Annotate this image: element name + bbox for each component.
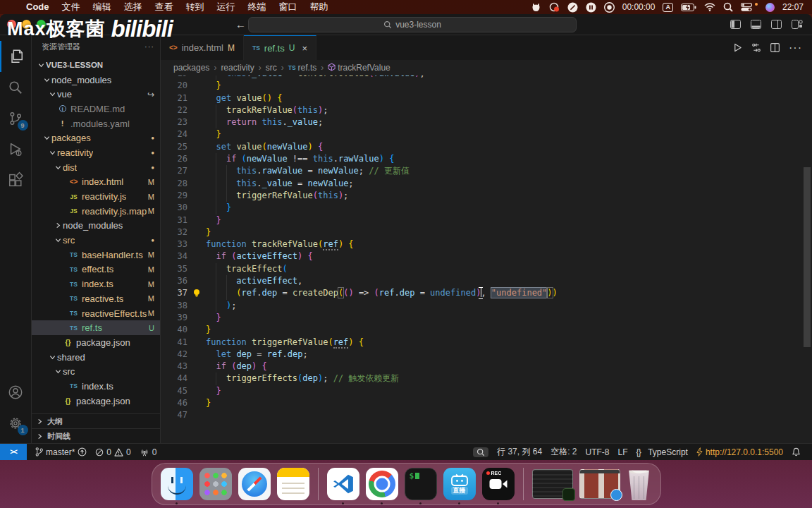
menu-item-run[interactable]: 运行 [211, 0, 242, 14]
line-number[interactable]: 27 [161, 165, 187, 177]
code-line-24[interactable]: 24 } [161, 128, 812, 140]
breadcrumb-item[interactable]: packages [173, 63, 209, 73]
menu-item-select[interactable]: 选择 [118, 0, 149, 14]
breadcrumb-item[interactable]: ref.ts [298, 63, 317, 73]
zoom-status-icon[interactable] [473, 447, 488, 457]
menu-item-goto[interactable]: 转到 [180, 0, 211, 14]
code-line-47[interactable]: 47 [161, 409, 812, 421]
dock-item-chrome[interactable] [366, 468, 398, 500]
code-line-27[interactable]: 27 this.rawValue = newValue; // 更新值 [161, 165, 812, 177]
tree-item-packages[interactable]: packages● [32, 131, 160, 145]
tree-item-readme-md[interactable]: iREADME.md [32, 102, 160, 116]
dock-item-minimized-app-window[interactable] [579, 469, 620, 499]
command-center-search[interactable]: vue3-lesson [248, 17, 577, 32]
line-number[interactable]: 41 [161, 337, 187, 349]
dock-item-terminal[interactable] [405, 468, 437, 500]
code-line-28[interactable]: 28 this._value = newValue; [161, 178, 812, 190]
quick-fix-lightbulb-icon[interactable] [187, 287, 206, 299]
line-number[interactable]: 28 [161, 178, 187, 190]
menu-item-code[interactable]: Code [20, 0, 56, 14]
explorer-view-icon[interactable] [0, 41, 32, 72]
menu-item-window[interactable]: 窗口 [273, 0, 304, 14]
eol-status[interactable]: LF [613, 444, 632, 461]
code-line-46[interactable]: 46} [161, 397, 812, 409]
menu-item-help[interactable]: 帮助 [304, 0, 335, 14]
line-number[interactable]: 35 [161, 263, 187, 275]
line-number[interactable]: 34 [161, 250, 187, 262]
code-line-21[interactable]: 21 get value() { [161, 92, 812, 104]
line-number[interactable]: 38 [161, 300, 187, 312]
menu-item-edit[interactable]: 编辑 [87, 0, 118, 14]
ports-status[interactable]: 0 [135, 444, 161, 461]
run-debug-view-icon[interactable] [0, 134, 32, 165]
tree-item-ref-ts[interactable]: TSref.tsU [32, 320, 160, 335]
tree-item-reactive-ts[interactable]: TSreactive.tsM [32, 291, 160, 306]
line-number[interactable]: 47 [161, 409, 187, 421]
line-number[interactable]: 22 [161, 104, 187, 116]
code-line-33[interactable]: 33function trackRefValue(ref) { [161, 238, 812, 250]
line-number[interactable]: 31 [161, 214, 187, 226]
editor-scrollbar[interactable] [804, 167, 811, 347]
wifi-icon[interactable] [704, 1, 715, 13]
tree-item-reactivity-js-map[interactable]: JSreactivity.js.mapM [32, 204, 160, 219]
cat-app-icon[interactable] [531, 1, 541, 13]
line-number[interactable]: 25 [161, 141, 187, 153]
pause-recording-icon[interactable] [586, 1, 596, 13]
tab-ref-ts[interactable]: TS ref.ts U × [244, 35, 316, 60]
code-line-36[interactable]: 36 activeEffect, [161, 275, 812, 287]
tree-item-reactivity-js[interactable]: JSreactivity.jsM [32, 189, 160, 204]
tree-item-shared[interactable]: shared [32, 350, 160, 365]
code-line-32[interactable]: 32} [161, 226, 812, 238]
code-line-23[interactable]: 23 return this._value; [161, 116, 812, 128]
line-number[interactable]: 46 [161, 397, 187, 409]
spotlight-search-icon[interactable] [723, 1, 733, 13]
dock-item-vscode[interactable] [327, 468, 359, 500]
code-editor[interactable]: 19 this._value = convertToValue(rawValue… [161, 75, 812, 443]
split-editor-icon[interactable] [770, 43, 780, 52]
line-number[interactable]: 39 [161, 312, 187, 324]
line-number[interactable]: 20 [161, 80, 187, 92]
code-line-25[interactable]: 25 set value(newValue) { [161, 141, 812, 153]
menu-item-terminal[interactable]: 终端 [242, 0, 273, 14]
notifications-bell-icon[interactable] [787, 444, 805, 461]
tree-item-vue[interactable]: vue↪ [32, 87, 160, 102]
code-line-43[interactable]: 43 if (dep) { [161, 361, 812, 373]
tree-item-index-ts[interactable]: TSindex.tsM [32, 277, 160, 291]
tab-index-html[interactable]: <> index.html M [161, 35, 244, 60]
control-center-icon[interactable] [741, 1, 752, 13]
dock-item-notes[interactable] [277, 468, 309, 500]
tree-item-dist[interactable]: dist● [32, 160, 160, 175]
customize-layout-icon[interactable] [792, 20, 802, 29]
tab-close-icon[interactable]: × [302, 43, 307, 54]
code-line-42[interactable]: 42 let dep = ref.dep; [161, 349, 812, 361]
dock-item-launchpad[interactable] [199, 468, 232, 500]
code-line-30[interactable]: 30 } [161, 202, 812, 214]
line-number[interactable]: 37 [161, 287, 187, 299]
tree-item-src[interactable]: src [32, 364, 160, 379]
minimize-window-button[interactable] [22, 20, 31, 29]
dock-item-safari[interactable] [238, 468, 271, 500]
tree-item--modules-yaml[interactable]: !.modules.yaml [32, 116, 160, 131]
line-number[interactable]: 24 [161, 128, 187, 140]
code-line-29[interactable]: 29 triggerRefValue(this); [161, 190, 812, 202]
git-branch-status[interactable]: master* [31, 444, 91, 461]
menubar-clock[interactable]: 22:07 [782, 2, 804, 12]
line-number[interactable]: 32 [161, 226, 187, 238]
tree-item-package-json[interactable]: {}package.json [32, 335, 160, 350]
tree-item-node-modules[interactable]: node_modules [32, 219, 160, 234]
line-number[interactable]: 26 [161, 153, 187, 165]
toggle-secondary-sidebar-icon[interactable] [771, 20, 782, 29]
account-icon[interactable] [0, 377, 32, 408]
toggle-panel-icon[interactable] [751, 20, 761, 29]
encoding-status[interactable]: UTF-8 [581, 444, 613, 461]
annotate-icon[interactable] [567, 1, 578, 13]
live-server-status[interactable]: http://127.0.0.1:5500 [692, 444, 787, 461]
language-mode-status[interactable]: { } TypeScript [632, 444, 692, 461]
code-line-38[interactable]: 38 ); [161, 300, 812, 312]
tree-item-package-json[interactable]: {}package.json [32, 394, 160, 409]
line-number[interactable]: 33 [161, 238, 187, 250]
tree-item-node-modules[interactable]: node_modules [32, 73, 160, 87]
dock-item-bilibili-live[interactable]: 直播 [443, 468, 476, 500]
line-number[interactable]: 36 [161, 275, 187, 287]
breadcrumb-item[interactable]: src [266, 63, 277, 73]
